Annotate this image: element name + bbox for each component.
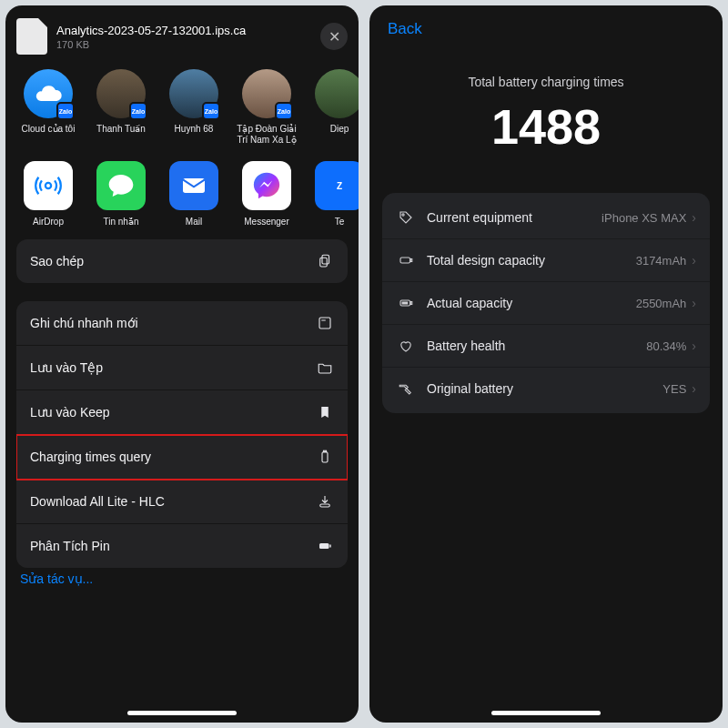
battery-horizontal-icon [316, 537, 334, 555]
action-label: Lưu vào Keep [30, 405, 110, 420]
chevron-right-icon: › [692, 210, 696, 225]
svg-rect-2 [322, 255, 329, 264]
chevron-right-icon: › [692, 339, 696, 353]
contact-person[interactable]: Diep [309, 69, 359, 145]
zalo-badge-icon: Zalo [275, 102, 293, 120]
chevron-right-icon: › [692, 381, 696, 396]
copy-action[interactable]: Sao chép [16, 239, 348, 283]
action-downloadall[interactable]: Download All Lite - HLC [16, 480, 348, 524]
stat-label: Current equipment [427, 210, 602, 225]
app-messages[interactable]: Tin nhắn [91, 161, 151, 227]
action-quicknote[interactable]: Ghi chú nhanh mới [16, 301, 348, 346]
svg-rect-11 [400, 258, 410, 263]
app-icon: Z [315, 161, 359, 210]
tag-icon [396, 209, 416, 226]
home-indicator[interactable] [127, 711, 237, 715]
download-icon [316, 492, 334, 511]
battery-outline-icon [396, 252, 416, 268]
stat-original[interactable]: Original battery YES › [382, 367, 710, 410]
svg-rect-14 [402, 302, 409, 305]
action-battery-analyze[interactable]: Phân Tích Pin [16, 524, 348, 568]
contact-person[interactable]: Zalo Huynh 68 [164, 69, 224, 145]
home-indicator[interactable] [491, 711, 601, 715]
stat-label: Total design capacity [427, 253, 636, 268]
avatar-icon [315, 69, 359, 118]
chevron-right-icon: › [692, 253, 696, 268]
metric-block: Total battery charging times 1488 [369, 42, 723, 177]
stat-value: iPhone XS MAX [602, 211, 686, 225]
app-label: AirDrop [33, 217, 64, 227]
share-header: Analytics-2023-05-27-132001.ips.ca 170 K… [5, 5, 359, 60]
contact-label: Huynh 68 [175, 124, 214, 135]
contact-label: Diep [330, 124, 349, 135]
close-icon: ✕ [329, 28, 340, 46]
svg-rect-1 [183, 178, 205, 193]
svg-rect-6 [324, 450, 327, 452]
copy-section: Sao chép [16, 239, 348, 283]
avatar-icon: Zalo [169, 69, 218, 118]
mail-icon [169, 161, 218, 210]
battery-icon [316, 448, 334, 466]
messages-icon [96, 161, 146, 210]
copy-icon [316, 252, 334, 270]
action-save-keep[interactable]: Lưu vào Keep [16, 390, 348, 435]
action-label: Charging times query [30, 450, 151, 464]
svg-point-10 [402, 214, 404, 216]
app-airdrop[interactable]: AirDrop [18, 161, 78, 227]
avatar-icon: Zalo [242, 69, 291, 118]
edit-actions-link[interactable]: Sửa tác vụ... [16, 568, 348, 586]
svg-rect-8 [319, 543, 329, 549]
file-meta: Analytics-2023-05-27-132001.ips.ca 170 K… [56, 24, 311, 50]
cloud-icon: Zalo [24, 69, 73, 118]
action-label: Lưu vào Tệp [30, 360, 103, 375]
file-size: 170 KB [56, 39, 311, 50]
zalo-badge-icon: Zalo [129, 102, 147, 120]
metric-label: Total battery charging times [379, 75, 713, 89]
stat-value: 2550mAh [636, 297, 687, 310]
contact-label: Thanh Tuấn [96, 124, 146, 135]
file-name: Analytics-2023-05-27-132001.ips.ca [56, 24, 311, 37]
app-messenger[interactable]: Messenger [237, 161, 297, 227]
app-partial[interactable]: Z Te [309, 161, 359, 227]
share-sheet: Analytics-2023-05-27-132001.ips.ca 170 K… [5, 5, 359, 723]
action-charging-query[interactable]: Charging times query [16, 435, 348, 480]
action-label: Ghi chú nhanh mới [30, 316, 138, 330]
contact-label: Cloud của tôi [22, 124, 76, 135]
metric-value: 1488 [379, 98, 713, 155]
svg-point-0 [46, 183, 51, 188]
contact-cloud[interactable]: Zalo Cloud của tôi [18, 69, 78, 145]
contact-person[interactable]: Zalo Thanh Tuấn [91, 69, 151, 145]
app-mail[interactable]: Mail [164, 161, 224, 227]
stats-list: Current equipment iPhone XS MAX › Total … [382, 193, 710, 413]
airdrop-icon [24, 161, 73, 210]
share-apps-row: AirDrop Tin nhắn Mail Messenger Z Te [5, 147, 359, 230]
chevron-right-icon: › [692, 296, 696, 310]
contact-person[interactable]: Zalo Tập Đoàn Giải Trí Nam Xa Lộ [237, 69, 297, 145]
stat-equipment[interactable]: Current equipment iPhone XS MAX › [382, 197, 710, 238]
bookmark-icon [316, 403, 334, 421]
stat-health[interactable]: Battery health 80.34% › [382, 324, 710, 367]
back-button[interactable]: Back [388, 20, 422, 37]
app-label: Messenger [244, 217, 288, 227]
svg-rect-7 [320, 504, 330, 507]
stat-actual[interactable]: Actual capacity 2550mAh › [382, 281, 710, 324]
svg-rect-12 [410, 259, 412, 262]
stat-label: Original battery [427, 381, 662, 396]
heart-icon [396, 338, 416, 354]
contact-label: Tập Đoàn Giải Trí Nam Xa Lộ [237, 124, 297, 145]
svg-rect-9 [329, 545, 331, 548]
battery-fill-icon [396, 295, 416, 311]
folder-icon [316, 359, 334, 377]
action-label: Download All Lite - HLC [30, 494, 165, 509]
action-label: Sao chép [30, 254, 84, 268]
app-label: Te [335, 217, 345, 227]
file-icon [16, 18, 47, 55]
action-save-files[interactable]: Lưu vào Tệp [16, 346, 348, 390]
share-contacts-row: Zalo Cloud của tôi Zalo Thanh Tuấn Zalo … [5, 60, 359, 147]
stat-design[interactable]: Total design capacity 3174mAh › [382, 238, 710, 281]
zalo-badge-icon: Zalo [56, 102, 75, 120]
close-button[interactable]: ✕ [320, 23, 348, 50]
svg-rect-4 [319, 318, 330, 329]
svg-rect-15 [410, 302, 412, 305]
svg-rect-5 [322, 452, 328, 462]
